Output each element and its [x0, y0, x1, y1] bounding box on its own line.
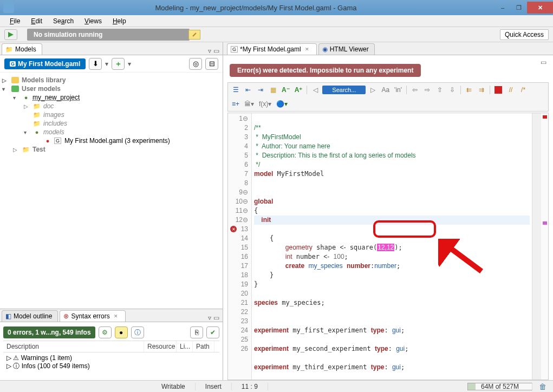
outline-toggle-icon[interactable]: ☰	[230, 84, 241, 95]
tree-user-models[interactable]: User models	[22, 85, 61, 93]
filter-warnings-button[interactable]: ●	[115, 326, 128, 338]
col-line[interactable]: Li...	[177, 341, 193, 352]
minimize-panel-icon[interactable]: ▭	[213, 314, 219, 322]
nav-back-icon[interactable]: ⇦	[409, 84, 420, 95]
search-input[interactable]: Search...	[322, 86, 366, 94]
close-tab-icon[interactable]	[303, 45, 311, 53]
window-titlebar: Modeling - my_new_project/models/My Firs…	[0, 0, 553, 15]
menu-file[interactable]: File	[5, 16, 24, 26]
nav-fwd-icon[interactable]: ⇨	[422, 84, 433, 95]
edit-status-button[interactable]	[188, 30, 200, 40]
editor-tab-bar: G *My First Model.gaml ◉ HTML Viewer	[223, 42, 553, 55]
menu-edit[interactable]: Edit	[27, 16, 47, 26]
font-decrease-icon[interactable]: A⁻	[280, 84, 291, 95]
nav-down-icon[interactable]: ⇩	[447, 84, 458, 95]
menu-search[interactable]: Search	[49, 16, 78, 26]
tree-test[interactable]: Test	[32, 146, 45, 153]
dropdown-icon-2[interactable]: ▾	[128, 60, 131, 68]
tree-doc[interactable]: doc	[43, 102, 54, 110]
search-next-icon[interactable]: ▷	[367, 84, 378, 95]
comment-line-icon[interactable]: //	[505, 84, 516, 95]
infos-group[interactable]: ▷ ⓘ Infos (100 of 549 items)	[6, 362, 216, 371]
col-description[interactable]: Description	[3, 341, 144, 352]
tree-models-library[interactable]: Models library	[22, 76, 66, 84]
nav-up-icon[interactable]: ⇧	[434, 84, 445, 95]
link-editor-button[interactable]: ◎	[189, 58, 202, 70]
error-marker-icon[interactable]	[493, 84, 504, 95]
indent-right-icon[interactable]: ⇥	[255, 84, 266, 95]
collapse-all-button[interactable]: ⊟	[205, 58, 218, 70]
export-button[interactable]: ⎘	[190, 326, 203, 338]
filter-settings-button[interactable]: ⚙	[99, 326, 112, 338]
minimize-panel-icon[interactable]: ▭	[213, 47, 219, 55]
status-position: 11 : 9	[232, 383, 268, 390]
error-gutter-icon[interactable]: ✕	[230, 226, 237, 232]
menubar: File Edit Search Views Help	[0, 15, 553, 27]
simulation-status: No simulation running	[27, 29, 190, 41]
new-button[interactable]: ＋	[112, 58, 125, 70]
tab-models-label: Models	[15, 45, 36, 53]
font-increase-icon[interactable]: A⁺	[293, 84, 304, 95]
tree-project[interactable]: my_new_project	[32, 94, 80, 101]
overview-ruler[interactable]	[541, 113, 548, 380]
current-file-chip[interactable]: G My First Model.gaml	[4, 58, 86, 69]
window-minimize-button[interactable]: –	[495, 2, 511, 14]
editor-toolbar: ☰ ⇤ ⇥ ▦ A⁻ A⁺ ◁ Search... ▷ Aa 'in' ⇦ ⇨ …	[227, 82, 549, 112]
gaml-file-icon: G	[10, 61, 16, 67]
dropdown-icon[interactable]: ▾	[105, 60, 108, 68]
import-button[interactable]: ⬇	[89, 58, 102, 70]
menu-views[interactable]: Views	[80, 16, 106, 26]
tree-model-file[interactable]: My First Model.gaml (3 experiments)	[64, 137, 170, 145]
models-tab-bar: Models ▿ ▭	[0, 42, 223, 55]
templates-icon[interactable]: 🏛▾	[243, 99, 256, 109]
gc-button[interactable]: 🗑	[532, 382, 553, 391]
models-tree[interactable]: ▷Models library ▾User models ▾●my_new_pr…	[0, 73, 223, 309]
line-gutter: 1⊖23456789⊖10⊖11⊖12⊖✕1314151617181920212…	[228, 113, 252, 380]
indent-icon[interactable]: ⇉	[476, 84, 487, 95]
validate-button[interactable]: ✔	[206, 326, 219, 338]
models-panel-toolbar: G My First Model.gaml ⬇ ▾ ＋ ▾ ◎ ⊟	[0, 55, 223, 73]
outline-icon: ◧	[5, 312, 11, 320]
col-path[interactable]: Path	[193, 341, 214, 352]
menu-help[interactable]: Help	[108, 16, 131, 26]
status-writable: Writable	[152, 383, 196, 390]
window-title: Modeling - my_new_project/models/My Firs…	[17, 4, 495, 12]
indent-left-icon[interactable]: ⇤	[243, 84, 253, 95]
editor-tab-html-viewer[interactable]: ◉ HTML Viewer	[318, 43, 375, 55]
comment-block-icon[interactable]: /*	[518, 84, 529, 95]
format-icon[interactable]: ▦	[268, 84, 278, 95]
tab-syntax-errors[interactable]: ⊗ Syntax errors	[60, 310, 125, 322]
code-editor[interactable]: 1⊖23456789⊖10⊖11⊖12⊖✕1314151617181920212…	[227, 113, 549, 380]
run-button[interactable]	[4, 29, 17, 40]
tab-models[interactable]: Models	[2, 43, 42, 55]
memory-bar[interactable]: 64M of 527M	[467, 383, 532, 390]
main-toolbar: No simulation running Quick Access	[0, 27, 553, 42]
tree-includes[interactable]: includes	[43, 120, 67, 127]
view-menu-icon[interactable]: ▿	[208, 314, 211, 322]
expand-all-icon[interactable]: ≡+	[230, 99, 241, 109]
outdent-icon[interactable]: ⇇	[464, 84, 474, 95]
vertical-scrollbar[interactable]	[532, 113, 541, 380]
col-resource[interactable]: Resource	[144, 341, 177, 352]
match-case-icon[interactable]: Aa	[380, 84, 391, 95]
window-close-button[interactable]: ✕	[527, 2, 553, 14]
errors-table-header: Description Resource Li... Path	[3, 341, 219, 352]
tree-models-folder[interactable]: models	[43, 128, 64, 136]
tree-images[interactable]: images	[43, 111, 64, 119]
filter-infos-button[interactable]: ⓘ	[131, 326, 144, 338]
whole-word-icon[interactable]: 'in'	[393, 84, 404, 95]
warnings-group[interactable]: ▷ ⚠ Warnings (1 item)	[6, 354, 216, 362]
tab-model-outline[interactable]: ◧ Model outline	[2, 310, 58, 322]
functions-icon[interactable]: f(x)▾	[257, 99, 273, 109]
search-prev-icon[interactable]: ◁	[310, 84, 321, 95]
minimize-editor-icon[interactable]: ▭	[541, 58, 547, 66]
color-picker-icon[interactable]: 🔵▾	[275, 99, 289, 109]
editor-tab-file[interactable]: G *My First Model.gaml	[227, 43, 317, 55]
window-maximize-button[interactable]: ❐	[511, 2, 527, 14]
code-content[interactable]: /** * MyFirstModel * Author: Your name h…	[252, 113, 532, 380]
error-icon: ⊗	[63, 312, 69, 320]
view-menu-icon[interactable]: ▿	[208, 47, 211, 55]
close-tab-icon[interactable]	[112, 312, 120, 320]
quick-access-field[interactable]: Quick Access	[500, 29, 549, 40]
svg-line-1	[193, 33, 196, 36]
